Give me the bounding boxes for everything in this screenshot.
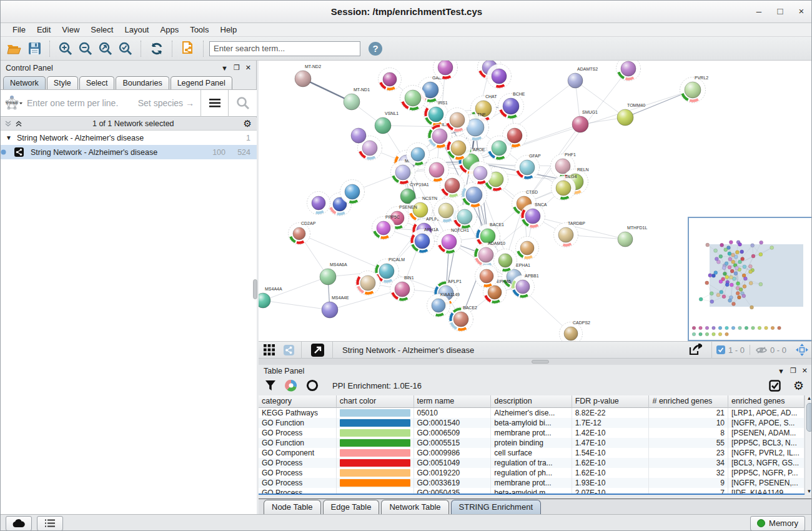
collection-expand-icon[interactable]: ▼ (1, 134, 17, 141)
menu-item-edit[interactable]: Edit (31, 23, 56, 37)
protein-node[interactable] (351, 128, 366, 143)
protein-node[interactable] (487, 64, 512, 89)
protein-node[interactable] (494, 249, 517, 272)
protein-node[interactable] (356, 271, 380, 295)
table-panel-float-icon[interactable]: ❒ (790, 367, 796, 375)
hidden-eye-icon[interactable] (751, 346, 767, 354)
horizontal-splitter-handle[interactable] (532, 360, 549, 364)
table-panel-collapse-icon[interactable]: ▼ (778, 367, 785, 375)
protein-node[interactable] (307, 192, 330, 215)
vertical-splitter-handle[interactable] (253, 279, 257, 299)
protein-node[interactable] (487, 136, 512, 161)
string-search-icon[interactable] (229, 96, 257, 110)
tab-network[interactable]: Network (3, 76, 46, 89)
expand-all-icon[interactable] (12, 120, 23, 127)
tab-string-enrichment[interactable]: STRING Enrichment (451, 500, 541, 514)
column-header-description[interactable]: description (491, 395, 572, 408)
grid-view-icon[interactable] (259, 344, 280, 355)
birdseye-toggle-icon[interactable] (793, 344, 811, 356)
column-header-category[interactable]: category (259, 395, 337, 408)
column-header-enriched-genes[interactable]: enriched genes (728, 395, 805, 408)
network-options-gear-icon[interactable]: ⚙ (244, 118, 257, 129)
menu-item-apps[interactable]: Apps (155, 23, 185, 37)
protein-node[interactable]: MS4A4A (259, 287, 282, 308)
network-from-file-icon[interactable] (178, 39, 198, 58)
table-settings-gear-icon[interactable]: ⚙ (793, 379, 804, 393)
menu-item-tools[interactable]: Tools (184, 23, 214, 37)
share-view-icon[interactable] (280, 345, 297, 355)
panel-close-icon[interactable]: ✕ (245, 64, 251, 72)
protein-node[interactable]: TARDBP (554, 221, 586, 247)
protein-node[interactable]: NOTCH1 (437, 228, 469, 254)
string-query-input[interactable] (26, 97, 138, 109)
memory-button[interactable]: Memory (750, 516, 805, 531)
protein-node[interactable] (462, 182, 487, 208)
protein-node[interactable] (616, 61, 641, 81)
protein-node[interactable]: BACE2 (449, 305, 478, 332)
protein-node[interactable]: GFAP (515, 154, 542, 180)
network-collection-row[interactable]: ▼ String Network - Alzheimer's disease 1 (1, 131, 257, 145)
open-session-button[interactable] (4, 39, 24, 58)
menu-item-file[interactable]: File (7, 23, 31, 37)
zoom-selected-icon[interactable] (116, 39, 136, 58)
task-history-button[interactable] (37, 516, 63, 531)
tab-node-table[interactable]: Node Table (264, 500, 321, 514)
enrichment-row[interactable]: GO FunctionGO:0001540beta-amyloid bi...1… (259, 418, 805, 428)
enrichment-row[interactable]: GO ComponentGO:0009986cell surface1.54E-… (259, 448, 805, 458)
export-network-icon[interactable] (683, 344, 708, 356)
protein-node[interactable]: CD2AP (289, 221, 316, 245)
protein-node[interactable]: CADPS2 (560, 320, 591, 341)
scroll-down-arrow[interactable]: ▼ (805, 489, 812, 495)
panel-float-icon[interactable]: ❒ (234, 64, 240, 72)
protein-node[interactable]: BCHE (498, 92, 525, 119)
enrichment-row[interactable]: GO ProcessGO:0051049regulation of tra...… (259, 458, 805, 468)
protein-node[interactable]: TOMM40 (617, 103, 645, 126)
enrichment-row[interactable]: GO ProcessGO:0006509membrane prot...1.42… (259, 428, 805, 438)
cloud-tasks-button[interactable] (6, 516, 32, 531)
protein-node[interactable] (407, 143, 430, 166)
zoom-fit-icon[interactable] (96, 39, 116, 58)
search-input[interactable] (209, 41, 360, 56)
protein-node[interactable]: PVRL2 (680, 76, 709, 103)
column-header-chart-color[interactable]: chart color (337, 395, 414, 408)
protein-node[interactable]: MT-ND1 (344, 87, 370, 110)
maximize-button[interactable]: □ (770, 1, 791, 23)
tab-edge-table[interactable]: Edge Table (323, 500, 380, 514)
tab-select[interactable]: Select (79, 76, 115, 89)
protein-node[interactable]: VSNL1 (375, 111, 399, 134)
tab-boundaries[interactable]: Boundaries (116, 76, 169, 89)
protein-node[interactable]: ADAMTS2 (568, 67, 598, 88)
column-header-fdr-p-value[interactable]: FDR p-value (572, 395, 650, 408)
help-icon[interactable]: ? (365, 39, 385, 58)
string-options-icon[interactable] (202, 99, 228, 107)
protein-node[interactable]: MT-ND2 (295, 64, 321, 87)
minimize-button[interactable]: – (748, 1, 770, 23)
protein-node[interactable] (425, 158, 449, 182)
menu-item-select[interactable]: Select (85, 23, 119, 37)
network-row[interactable]: String Network - Alzheimer's disease 100… (1, 145, 257, 159)
zoom-out-icon[interactable] (76, 39, 96, 58)
protein-node[interactable] (434, 199, 458, 223)
save-session-button[interactable] (24, 39, 44, 58)
column-header--enriched-genes[interactable]: # enriched genes (649, 395, 728, 408)
menu-item-help[interactable]: Help (215, 23, 243, 37)
protein-node[interactable] (469, 162, 492, 185)
close-button[interactable]: × (791, 1, 812, 23)
scroll-up-arrow[interactable]: ▲ (805, 395, 812, 402)
selected-nodes-checkbox-icon[interactable] (716, 345, 725, 354)
tab-network-table[interactable]: Network Table (381, 500, 448, 514)
open-in-new-window-icon[interactable] (306, 344, 329, 357)
protein-node[interactable]: MTHFD1L (618, 226, 647, 247)
tab-legend-panel[interactable]: Legend Panel (171, 76, 232, 89)
protein-node[interactable] (516, 237, 539, 260)
protein-node[interactable] (475, 265, 498, 288)
birds-eye-view[interactable] (688, 217, 812, 341)
menu-item-layout[interactable]: Layout (119, 23, 154, 37)
ring-chart-icon[interactable] (306, 379, 319, 392)
string-logo-icon[interactable]: STRING (1, 94, 26, 112)
protein-node[interactable] (400, 86, 426, 111)
protein-node[interactable]: MS4A6A (320, 262, 347, 285)
enrichment-row[interactable]: GO ProcessGO:0033619membrane prot...1.93… (259, 478, 805, 488)
scrollbar-thumb[interactable] (806, 403, 812, 432)
table-panel-close-icon[interactable]: ✕ (802, 367, 808, 375)
